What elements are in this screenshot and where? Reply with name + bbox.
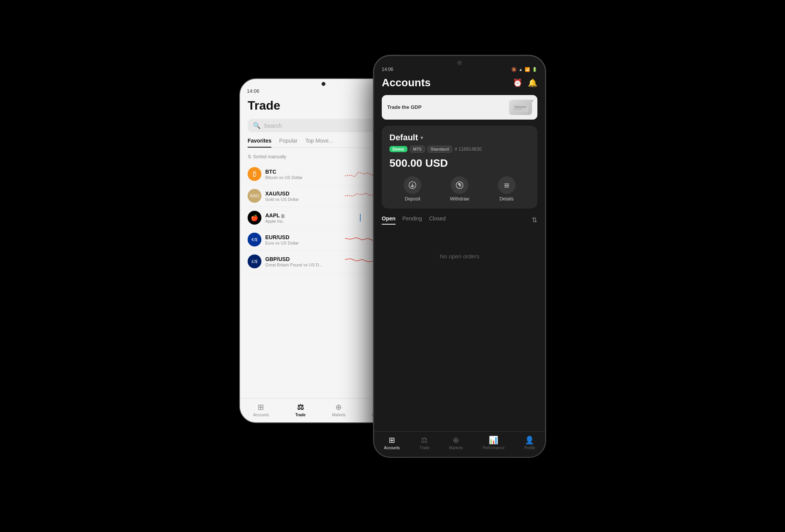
account-name-row: Default ▾	[389, 133, 530, 143]
svg-rect-3	[515, 108, 522, 110]
nav-markets-back[interactable]: ⊕ Markets	[332, 402, 346, 417]
nav-accounts-back[interactable]: ⊞ Accounts	[253, 402, 269, 417]
bell-icon[interactable]: 🔔	[528, 78, 537, 87]
accounts-title: Accounts	[382, 77, 431, 89]
asset-info-gbp: GBP/USD Great Britain Pound vs US D...	[265, 256, 340, 267]
tag-demo: Demo	[389, 146, 407, 152]
mute-icon: 🔕	[511, 67, 517, 72]
eur-icon: €/$	[248, 233, 261, 246]
asset-symbol: XAU/USD	[265, 190, 340, 197]
gbp-icon: £/$	[248, 255, 261, 268]
tab-closed[interactable]: Closed	[429, 215, 446, 225]
tab-top-movers[interactable]: Top Move...	[305, 138, 333, 148]
tab-pending[interactable]: Pending	[402, 215, 422, 225]
details-icon-circle	[498, 176, 516, 194]
accounts-header: Accounts ⏰ 🔔	[382, 77, 537, 89]
nav-accounts-front[interactable]: ⊞ Accounts	[384, 435, 400, 450]
asset-desc: Euro vs US Dollar	[265, 241, 340, 245]
wifi-icon: ▲	[519, 67, 523, 72]
account-id: # 116814830	[455, 146, 481, 152]
nav-performance-front[interactable]: 📊 Performance	[483, 435, 504, 450]
trade-nav-icon: ⚖	[421, 435, 428, 445]
markets-icon: ⊕	[335, 402, 342, 412]
camera-area	[374, 56, 545, 65]
tab-popular[interactable]: Popular	[279, 138, 297, 148]
nav-markets-front[interactable]: ⊕ Markets	[449, 435, 463, 450]
nav-label: Accounts	[384, 446, 400, 450]
aapl-icon: 🍎	[248, 211, 261, 225]
svg-rect-2	[515, 106, 526, 108]
nav-profile-front[interactable]: 👤 Profile	[524, 435, 535, 450]
nav-label: Performance	[483, 446, 504, 450]
asset-desc: Gold vs US Dollar	[265, 197, 340, 202]
search-placeholder: Search	[264, 122, 282, 129]
asset-symbol: GBP/USD	[265, 256, 340, 262]
chart-xau	[345, 190, 376, 202]
accounts-header-icons: ⏰ 🔔	[513, 78, 537, 87]
withdraw-button[interactable]: Withdraw	[450, 176, 469, 202]
signal-icon: 📶	[525, 67, 530, 72]
profile-nav-icon: 👤	[525, 435, 534, 445]
battery-icon: 🔋	[532, 67, 537, 72]
details-label: Details	[499, 196, 514, 202]
asset-symbol: BTC	[265, 169, 340, 175]
status-right: 🔕 ▲ 📶 🔋	[511, 67, 537, 72]
asset-info-btc: BTC Bitcoin vs US Dollar	[265, 169, 340, 180]
trade-icon: ⚖	[297, 402, 304, 412]
nav-trade-back[interactable]: ⚖ Trade	[295, 402, 305, 417]
promo-image	[509, 100, 532, 115]
chart-eur	[345, 234, 376, 245]
tag-standard: Standard	[427, 146, 453, 153]
orders-tab-list: Open Pending Closed	[382, 215, 446, 225]
details-button[interactable]: Details	[498, 176, 516, 202]
promo-text: Trade the GDP	[387, 104, 422, 111]
accounts-icon: ⊞	[258, 402, 264, 412]
deposit-label: Deposit	[405, 196, 420, 202]
details-icon	[503, 181, 511, 189]
withdraw-label: Withdraw	[450, 196, 469, 202]
search-icon: 🔍	[253, 122, 261, 129]
status-bar-dark: 14:06 🔕 ▲ 📶 🔋	[374, 65, 545, 72]
account-tags: Demo MT5 Standard # 116814830	[389, 146, 530, 153]
deposit-button[interactable]: Deposit	[404, 176, 421, 202]
accounts-screen: Accounts ⏰ 🔔 Trade the GDP	[374, 77, 545, 282]
account-balance: 500.00 USD	[389, 157, 530, 169]
btc-icon: ₿	[248, 167, 261, 181]
nav-trade-front[interactable]: ⚖ Trade	[420, 435, 430, 450]
camera-back	[322, 82, 325, 86]
asset-desc: Bitcoin vs US Dollar	[265, 175, 340, 180]
asset-info-aapl: AAPL ||| Apple Inc.	[265, 212, 340, 223]
status-time-back: 14:06	[247, 88, 259, 94]
accounts-nav-icon: ⊞	[389, 435, 395, 445]
account-actions: Deposit Withdraw	[389, 176, 530, 202]
asset-desc: Apple Inc.	[265, 219, 340, 223]
account-name: Default	[389, 133, 418, 143]
phones-wrapper: 14:06 🔊 Trade 🔍 Search Favorites Popular…	[239, 55, 546, 477]
nav-label: Markets	[449, 446, 463, 450]
withdraw-icon-circle	[451, 176, 468, 194]
deposit-icon	[408, 181, 417, 189]
nav-label: Trade	[420, 446, 430, 450]
account-card: Default ▾ Demo MT5 Standard # 116814830 …	[382, 126, 537, 209]
sort-orders-icon[interactable]: ⇅	[532, 216, 537, 224]
deposit-icon-circle	[404, 176, 421, 194]
chart-btc	[345, 168, 376, 180]
nav-label: Accounts	[253, 413, 269, 417]
markets-nav-icon: ⊕	[453, 435, 459, 445]
withdraw-icon	[455, 181, 464, 189]
nav-label: Markets	[332, 413, 346, 417]
performance-nav-icon: 📊	[489, 435, 498, 445]
tab-favorites[interactable]: Favorites	[248, 138, 271, 148]
promo-close-button[interactable]: ×	[531, 98, 534, 103]
promo-card[interactable]: Trade the GDP ×	[382, 95, 537, 120]
tab-open[interactable]: Open	[382, 215, 396, 225]
status-time-front: 14:06	[382, 67, 393, 72]
asset-info-xau: XAU/USD Gold vs US Dollar	[265, 190, 340, 202]
tag-mt5: MT5	[410, 146, 425, 153]
camera-front	[457, 61, 462, 65]
alarm-icon[interactable]: ⏰	[513, 78, 522, 87]
chevron-down-icon[interactable]: ▾	[420, 135, 423, 141]
asset-symbol: EUR/USD	[265, 234, 340, 240]
chart-aapl	[345, 212, 376, 223]
xau-icon: XAU	[248, 189, 261, 203]
